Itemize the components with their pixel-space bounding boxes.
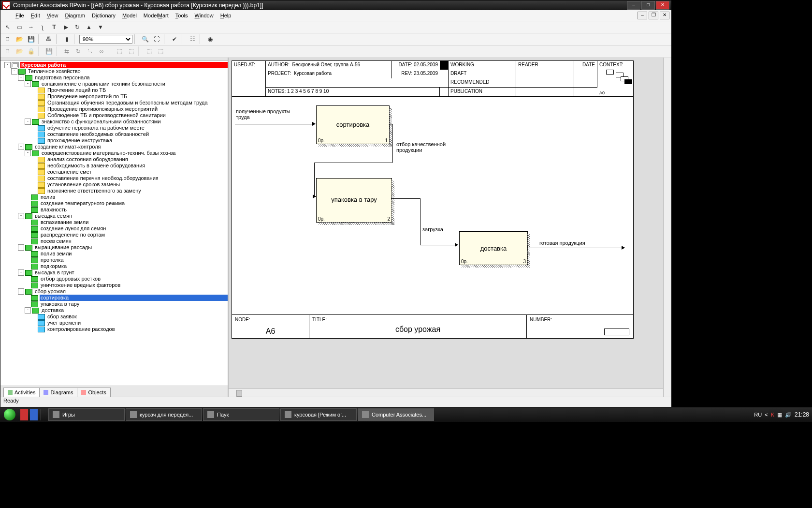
tree-toggle-icon[interactable]: - <box>18 75 24 81</box>
tree-node[interactable]: полив <box>0 194 228 200</box>
menu-modelmart[interactable]: ModelMart <box>140 12 172 19</box>
text-tool-icon[interactable]: T <box>49 22 59 32</box>
quicklaunch-icon[interactable] <box>30 409 38 420</box>
tree-node[interactable]: вспахивание земли <box>0 219 228 225</box>
tree-node[interactable]: -доставка <box>0 307 228 314</box>
tray-sound-icon[interactable]: 🔊 <box>785 412 792 418</box>
squiggle-tool-icon[interactable]: ʅ <box>37 22 48 32</box>
tree-node[interactable]: -выращивание рассады <box>0 244 228 251</box>
mdi-minimize-button[interactable]: – <box>638 12 647 19</box>
tree-node[interactable]: прополка <box>0 257 228 263</box>
tree-node[interactable]: создание температурного режима <box>0 200 228 207</box>
taskbar-button[interactable]: курсач для передел... <box>126 408 202 421</box>
menu-tools[interactable]: Tools <box>172 12 191 19</box>
tray-network-icon[interactable]: ▦ <box>777 412 782 418</box>
tree-node[interactable]: -ознакомление с правилами техники безопа… <box>0 81 228 87</box>
tree-toggle-icon[interactable]: - <box>18 288 24 295</box>
activity-box-2[interactable]: упаковка в тару 0р. 2 <box>316 178 392 223</box>
tree-toggle-icon[interactable]: - <box>4 62 11 68</box>
save-icon[interactable]: 💾 <box>26 34 36 45</box>
zoom-fit-icon[interactable]: ⛶ <box>151 34 162 45</box>
tree-toggle-icon[interactable]: - <box>25 307 31 314</box>
tree-node[interactable]: создание лунок для семян <box>0 225 228 232</box>
mdi-restore-button[interactable]: ❐ <box>649 12 658 19</box>
tree-node[interactable]: влажность <box>0 207 228 213</box>
tray-chevron-icon[interactable]: < <box>765 412 768 418</box>
taskbar-button[interactable]: Паук <box>203 408 279 421</box>
tree-toggle-icon[interactable]: - <box>25 119 31 125</box>
redo-nav-icon[interactable]: ↻ <box>72 22 83 32</box>
go-parent-icon[interactable]: ▶ <box>60 22 71 32</box>
mdi-close-button[interactable]: ✕ <box>660 12 669 19</box>
h-scrollbar[interactable] <box>229 388 663 397</box>
tree-toggle-icon[interactable]: - <box>18 269 24 276</box>
tree-node[interactable]: Соблюдение ТБ и производственной санитар… <box>0 112 228 119</box>
tree-node[interactable]: необходимость в замене оборудования <box>0 163 228 169</box>
tree-node[interactable]: контролирование расходов <box>0 326 228 332</box>
zoom-select[interactable]: 90% <box>79 35 132 44</box>
tab-objects[interactable]: Objects <box>77 388 110 397</box>
pointer-tool-icon[interactable]: ↖ <box>2 22 13 32</box>
tree-node[interactable]: анализ состояния оборудования <box>0 156 228 163</box>
tree-node[interactable]: Организация обучения передовым и безопас… <box>0 100 228 106</box>
menu-view[interactable]: View <box>44 12 62 19</box>
tree-node[interactable]: Проведение мероприятий по ТБ <box>0 93 228 100</box>
taskbar-button[interactable]: Computer Associates... <box>358 408 434 421</box>
activity-box-1[interactable]: сортировка 0р. 1 <box>316 105 390 144</box>
tray-clock[interactable]: 21:28 <box>795 411 809 418</box>
tree-node[interactable]: подкормка <box>0 263 228 269</box>
arrow-tool-icon[interactable]: → <box>26 22 36 32</box>
menu-file[interactable]: File <box>12 12 28 19</box>
taskbar-button[interactable]: курсовая [Режим ог... <box>280 408 357 421</box>
tab-activities[interactable]: Activities <box>3 388 40 397</box>
maximize-button[interactable]: □ <box>641 1 655 10</box>
tree-node[interactable]: упаковка в тару <box>0 301 228 307</box>
triangle-up-icon[interactable]: ▲ <box>84 22 94 32</box>
tree-node[interactable]: -Тепличное хозяйство <box>0 68 228 75</box>
tree-node[interactable]: сортировка <box>0 295 228 301</box>
tree-node[interactable]: Прочтение леций по ТБ <box>0 87 228 93</box>
activity-box-tool-icon[interactable]: ▭ <box>14 22 25 32</box>
diagram-canvas[interactable]: USED AT: AUTHOR: Бескровный Олег, группа… <box>229 58 663 388</box>
tree-toggle-icon[interactable]: - <box>18 213 24 219</box>
print-icon[interactable]: 🖶 <box>44 34 54 45</box>
tree-node[interactable]: составление перечня необход.оборудования <box>0 175 228 181</box>
tree-toggle-icon[interactable]: - <box>18 244 24 251</box>
menu-window[interactable]: Window <box>191 12 217 19</box>
triangle-down-icon[interactable]: ▼ <box>95 22 106 32</box>
menu-diagram[interactable]: Diagram <box>61 12 88 19</box>
language-indicator[interactable]: RU <box>754 412 762 418</box>
tree-node[interactable]: обучение персонала на рабочем месте <box>0 125 228 131</box>
tree-node[interactable]: -создание климат-контроля <box>0 144 228 150</box>
tree-node[interactable]: -Курсовая работа <box>0 62 228 68</box>
menu-model[interactable]: Model <box>119 12 140 19</box>
zoom-in-icon[interactable]: 🔍 <box>140 34 150 45</box>
tree-node[interactable]: установление сроков замены <box>0 181 228 188</box>
start-button[interactable] <box>0 407 19 422</box>
tray-kaspersky-icon[interactable]: K <box>771 412 774 418</box>
open-icon[interactable]: 📂 <box>14 34 25 45</box>
menu-edit[interactable]: Edit <box>28 12 44 19</box>
modelmart-icon[interactable]: ◉ <box>205 34 216 45</box>
tree-toggle-icon[interactable]: - <box>25 81 31 87</box>
tree-toggle-icon[interactable]: - <box>18 144 24 150</box>
tab-diagrams[interactable]: Diagrams <box>39 388 77 397</box>
tree-node[interactable]: полив земли <box>0 251 228 257</box>
tree-node[interactable]: -сбор урожая <box>0 288 228 295</box>
activity-tree[interactable]: -Курсовая работа-Тепличное хозяйство-под… <box>0 61 228 386</box>
tree-node[interactable]: -подготовка персонала <box>0 75 228 81</box>
minimize-button[interactable]: – <box>627 1 640 10</box>
menu-dictionary[interactable]: Dictionary <box>88 12 119 19</box>
report-icon[interactable]: ▮ <box>61 34 72 45</box>
tree-node[interactable]: назначение ответственного за замену <box>0 188 228 194</box>
tree-node[interactable]: отбор здоровых ростков <box>0 276 228 282</box>
new-icon[interactable]: 🗋 <box>2 34 13 45</box>
taskbar-button[interactable]: Игры <box>48 408 125 421</box>
tree-node[interactable]: Проведение противопожарных мероприятий <box>0 106 228 112</box>
activity-box-3[interactable]: доставка 0р. 3 <box>459 231 528 265</box>
tree-toggle-icon[interactable]: - <box>11 68 17 75</box>
tree-node[interactable]: -высадка в грунт <box>0 269 228 276</box>
tree-node[interactable]: сбор заявок <box>0 314 228 320</box>
model-explorer-icon[interactable]: ☷ <box>187 34 198 45</box>
tree-node[interactable]: -совершенствование материально-технич. б… <box>0 150 228 156</box>
